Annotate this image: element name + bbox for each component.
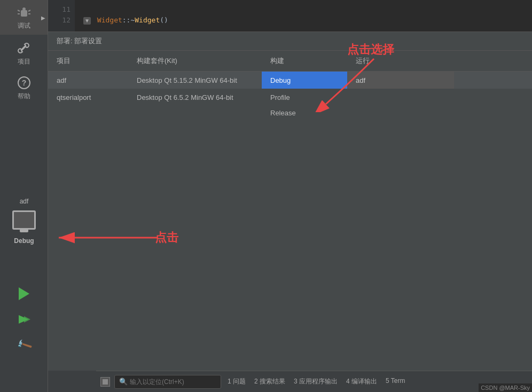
td-run-adf: adf: [347, 72, 454, 89]
debug-run-button[interactable]: [13, 309, 35, 330]
bottom-tab-term[interactable]: 5 Term: [384, 376, 407, 387]
run-buttons: 🔨: [0, 283, 48, 356]
td-kit-qt: Desktop Qt 6.5.2 MinGW 64-bit: [128, 89, 262, 106]
code-content: ▼ Widget::~Widget(): [75, 0, 532, 32]
line-numbers: 11 12: [48, 0, 75, 32]
bug-icon: [14, 4, 34, 20]
th-run: 运行: [347, 54, 454, 68]
svg-text:?: ?: [21, 79, 26, 87]
sidebar-debug-label: 调试: [18, 21, 30, 30]
monitor-icon[interactable]: [8, 207, 40, 233]
th-build: 构建: [262, 54, 347, 68]
deploy-panel: 部署: 部署设置 项目 构建套件(Kit) 构建 运行 adf Desktop …: [48, 32, 532, 371]
stop-icon: [103, 379, 108, 385]
build-profile-option[interactable]: Profile: [270, 93, 290, 101]
sidebar-item-help[interactable]: ? 帮助: [0, 69, 48, 104]
debug-run-icon: [17, 312, 32, 327]
deploy-header: 部署: 部署设置: [48, 32, 532, 51]
sidebar-help-label: 帮助: [18, 92, 30, 101]
td-run-qt: [347, 89, 454, 106]
td-build-release[interactable]: Release: [262, 106, 347, 120]
th-kit: 构建套件(Kit): [128, 54, 262, 68]
td-build-adf[interactable]: Debug: [262, 72, 347, 89]
wrench-icon: [14, 40, 34, 56]
deploy-header-text: 部署: 部署设置: [57, 37, 102, 45]
build-button[interactable]: 🔨: [13, 334, 35, 356]
line-number-12: 12: [48, 15, 75, 26]
code-line-11: [83, 4, 523, 15]
bottom-tab-app-output[interactable]: 3 应用程序输出: [292, 376, 340, 387]
main-content: 11 12 ▼ Widget::~Widget() 部署: 部署设置 项目 构建…: [48, 0, 532, 392]
svg-marker-9: [24, 316, 30, 323]
play-icon: [19, 287, 29, 300]
td-build-qt: Profile: [262, 89, 347, 106]
svg-line-4: [28, 10, 30, 11]
sidebar-project-label: 项目: [18, 57, 30, 66]
search-input[interactable]: [130, 378, 210, 386]
bottom-bar: 🔍 1 问题 2 搜索结果 3 应用程序输出 4 编译输出 5 Term: [96, 371, 532, 392]
table-row-qtserialport: qtserialport Desktop Qt 6.5.2 MinGW 64-b…: [48, 89, 532, 106]
debug-section: adf Debug: [0, 198, 48, 245]
csdn-credit: CSDN @MAR-Sky: [479, 383, 532, 392]
table-header: 项目 构建套件(Kit) 构建 运行: [48, 51, 532, 72]
table-row-adf: adf Desktop Qt 5.15.2 MinGW 64-bit Debug…: [48, 72, 532, 89]
code-line-12: ▼ Widget::~Widget(): [83, 15, 523, 26]
td-kit-adf: Desktop Qt 5.15.2 MinGW 64-bit: [128, 72, 262, 89]
code-area: 11 12 ▼ Widget::~Widget(): [48, 0, 532, 32]
sidebar-item-project[interactable]: 项目: [0, 35, 48, 69]
debug-project-name: adf: [20, 198, 29, 205]
build-release-row: Release: [48, 106, 532, 120]
stop-button[interactable]: [100, 377, 110, 387]
bottom-tab-search[interactable]: 2 搜索结果: [252, 376, 287, 387]
debug-mode-label: Debug: [14, 237, 34, 245]
td-project-qt: qtserialport: [48, 89, 128, 106]
collapse-indicator[interactable]: ▼: [83, 17, 91, 25]
bottom-tab-compile[interactable]: 4 编译输出: [344, 376, 379, 387]
run-button[interactable]: [13, 283, 35, 304]
expand-arrow-icon: ▶: [41, 14, 45, 20]
search-box[interactable]: 🔍: [114, 375, 221, 389]
line-number-11: 11: [48, 4, 75, 15]
td-project-adf: adf: [48, 72, 128, 89]
svg-rect-0: [21, 10, 27, 17]
question-icon: ?: [14, 75, 34, 91]
bottom-tab-problems[interactable]: 1 问题: [225, 376, 248, 387]
svg-point-1: [22, 7, 26, 11]
svg-line-2: [18, 10, 20, 11]
search-icon: 🔍: [119, 378, 128, 386]
sidebar-item-debug[interactable]: 调试 ▶: [0, 0, 48, 35]
hammer-icon: 🔨: [15, 336, 33, 354]
th-project: 项目: [48, 54, 128, 68]
